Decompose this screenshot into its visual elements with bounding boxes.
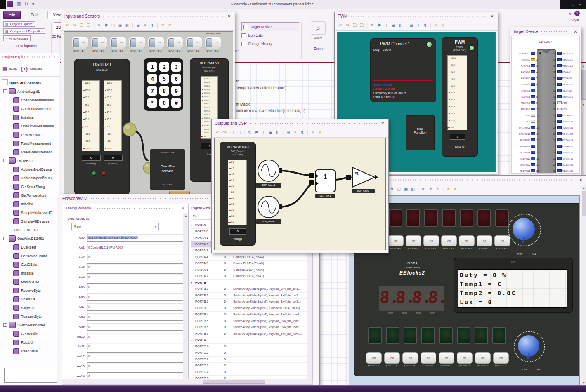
minimize-icon[interactable]: ─ [565, 3, 567, 7]
toolbar-icon[interactable]: ◫ [384, 23, 389, 28]
switch-lever[interactable] [206, 38, 212, 47]
chip-pin[interactable]: RE2/AN8 10 [512, 106, 543, 112]
port-switch-button[interactable]: Off [493, 352, 509, 364]
row-expander-icon[interactable]: ▾ [191, 223, 195, 226]
toolbar-icon[interactable]: | [307, 129, 308, 135]
checkbox-icon[interactable] [243, 25, 248, 29]
analog-channel-row[interactable]: An3 0 [66, 263, 184, 271]
scroll-up-icon[interactable]: ▲ [581, 186, 586, 189]
toolbar-icon[interactable]: ▣ [391, 23, 396, 28]
expander-icon[interactable]: - [3, 159, 7, 162]
keypad-key[interactable]: 4 [147, 74, 157, 84]
chip-pin[interactable]: 23 RC4/AN16 [550, 155, 579, 162]
toolbar-icon[interactable]: ✕ [441, 23, 445, 28]
close-icon[interactable]: ✕ [579, 3, 581, 7]
toolbar-icon[interactable]: | [430, 22, 431, 28]
chip-pin[interactable]: RE1/AN7 9 [512, 100, 543, 106]
port-switch-button[interactable]: Off [459, 235, 475, 246]
port-switch-button[interactable]: Off [406, 235, 421, 246]
chip-pin[interactable]: 22 RD3/AN23 [550, 162, 579, 168]
digital-pin-row[interactable]: ▾ PORTA.5 0 ComboBL0114(PinA5) [191, 260, 307, 267]
toolbar-icon[interactable]: | [157, 22, 158, 28]
tree-item[interactable]: - GetTemperature [0, 191, 60, 200]
port-switch-button[interactable]: Off [477, 235, 492, 246]
toolbar-icon[interactable]: | [93, 22, 95, 28]
pwm-duty-gauge[interactable]: 100.090.080.070.060.050.040.030.020.010.… [447, 55, 467, 130]
slider-switch[interactable]: On [129, 37, 145, 49]
analog-vscrollbar[interactable]: ▲ [183, 213, 189, 384]
dsp-wave2-label[interactable]: DSP_Wave2 [256, 219, 281, 224]
toolbar-icon[interactable]: | [282, 129, 284, 135]
tree-item[interactable]: - GetHandle [0, 329, 60, 338]
ribbon-tab[interactable]: Edit [26, 12, 43, 19]
tree-item[interactable]: - SampleAllDevices [0, 217, 60, 225]
chip-pin[interactable]: 40 RB7/AN13 [550, 50, 579, 56]
fc13-hscrollbar[interactable] [62, 379, 313, 385]
keypad-key[interactable]: 5 [159, 74, 169, 84]
ribbon-collapse-icon[interactable]: ∧ [569, 12, 572, 16]
chip-pin[interactable]: RC1/AN17 16 [512, 143, 543, 149]
toolbar-icon[interactable]: ⚑ [390, 187, 394, 191]
sidebar-tool[interactable]: {x} Variables [21, 66, 42, 72]
dev-button[interactable]: ⌕ Find/Replace [3, 35, 31, 41]
chip-pin[interactable]: 39 RB6/AN14 [550, 56, 579, 63]
tree-item[interactable]: - ResetMeasurement [0, 148, 60, 156]
quick-icon[interactable]: ▾ [32, 1, 35, 7]
digital-pin-row[interactable]: ▾ PORTC [191, 337, 307, 344]
chip-pin[interactable]: VDD 11 [512, 112, 543, 118]
analog-value-box[interactable]: 0 [87, 254, 184, 261]
analog-value-box[interactable]: 0 [87, 352, 184, 360]
checkbox-icon[interactable] [241, 42, 246, 46]
analog-value-box[interactable]: 0 [87, 273, 184, 281]
toolbar-icon[interactable]: ↶ [215, 130, 220, 135]
digital-pin-row[interactable]: ▾ PORTB.0 0 SwitchArraySlider1(pin0), ke… [191, 286, 307, 293]
analog-channel-row[interactable]: An4 0 [66, 273, 184, 281]
toolbar-icon[interactable]: ↷ [345, 23, 350, 28]
toolbar-icon[interactable]: ⌖ [143, 23, 147, 28]
quick-icon[interactable]: ▥ [17, 1, 21, 7]
help-icon[interactable]: ? [574, 11, 580, 16]
dsp-mix-label[interactable]: DSP_MIX1 [315, 194, 335, 198]
minimize-icon[interactable]: – [172, 206, 178, 211]
keypad-key[interactable]: 1 [147, 62, 157, 72]
analog-value-box[interactable]: 0 ComboBL0114(Pot ADC) [87, 244, 184, 251]
chip-pin[interactable]: RA0/AN0 2 [512, 56, 543, 63]
analog-channel-row[interactable]: An10 0 [66, 332, 184, 340]
chip-pin[interactable]: RA1/AN1 3 [512, 63, 543, 69]
port-switch-button[interactable]: Off [421, 352, 436, 364]
keypad-key[interactable]: # [171, 98, 181, 108]
keypad-key[interactable]: * [147, 98, 157, 108]
ldr-knob[interactable] [518, 335, 539, 357]
analog-channel-row[interactable]: An0 828 ComboBL0114(LightSensor ADC) [66, 233, 184, 242]
chip-pin[interactable]: 21 RD2/AN22 [550, 168, 579, 174]
chip-pin[interactable]: RC3/AN19 18 [512, 155, 543, 162]
quick-icon[interactable]: ↻ [24, 1, 28, 7]
toolbar-icon[interactable]: ↯ [300, 130, 305, 135]
toolbar-icon[interactable]: ❏ [229, 130, 234, 135]
sidebar-tool[interactable]: ▦ Icons [2, 66, 17, 72]
analog-channel-row[interactable]: An2 0 [66, 253, 184, 261]
temperature-gauge-2[interactable]: 125.0105.085.065.045.025.05.0-15.0-35.0-… [104, 80, 122, 151]
tree-item[interactable]: - GetIDByte [0, 260, 60, 269]
ribbon-tab[interactable]: File [3, 11, 21, 19]
switch-lever[interactable] [187, 38, 193, 47]
analog-value-box[interactable]: 0 [87, 343, 184, 350]
slider-switch[interactable]: On [186, 37, 202, 49]
close-icon[interactable]: ✕ [573, 29, 578, 34]
keypad-key[interactable]: 6 [171, 74, 181, 84]
digital-pin-row[interactable]: ▾ PORTB.7 0 SwitchArraySlider1(pin7), ke… [191, 331, 307, 338]
chip-pin[interactable]: RD1/AN21 20 [512, 168, 543, 174]
switch-lever[interactable] [168, 38, 174, 47]
slider-switch[interactable]: On [72, 37, 88, 49]
tree-item[interactable]: - Initialise [0, 113, 60, 122]
slider-switch[interactable]: On [205, 37, 221, 49]
toolbar-icon[interactable]: ↯ [435, 187, 440, 191]
slider-switch[interactable]: On [110, 37, 126, 49]
digital-pin-row[interactable]: ▾ PORTC.4 0 [191, 369, 307, 376]
inputs-window-titlebar[interactable]: Inputs and Sensors ✕ [61, 12, 235, 20]
chip-pin[interactable]: RA7/OSC1 13 [512, 124, 543, 131]
chip-pin[interactable]: 31 VSS [550, 106, 579, 112]
port-switch-button[interactable]: Off [388, 235, 404, 246]
toolbar-icon[interactable]: ⊞ [421, 187, 426, 191]
tree-item[interactable]: - SampleAddressedD [0, 208, 60, 217]
